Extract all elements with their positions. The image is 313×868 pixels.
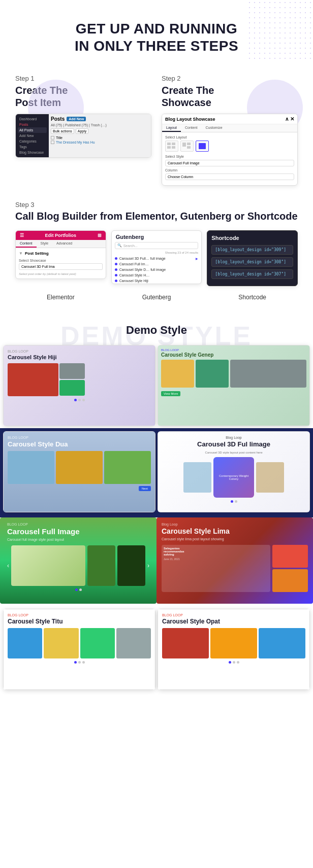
layout-icon-grid[interactable] <box>165 141 178 152</box>
wp-tags-item[interactable]: Tags <box>18 144 47 150</box>
gutenberg-mock: Gutenberg 🔍 Search... Showing 23 of 24 r… <box>111 230 202 284</box>
opat-imgs <box>162 628 305 658</box>
elementor-caption: Elementor <box>15 291 106 303</box>
demo-card-lima: Blog Loop Carousel Style Lima Carousel s… <box>156 517 313 604</box>
column-select[interactable]: Choose Column <box>165 173 294 180</box>
dot <box>82 399 85 401</box>
tab-customize[interactable]: Customize <box>202 124 227 132</box>
genep-btn[interactable]: View More <box>161 391 180 396</box>
item-dot <box>115 268 117 271</box>
wp-posts-item[interactable]: Posts <box>18 122 47 127</box>
step1-block: Step 1 Create ThePost Item Dashboard Pos… <box>15 75 151 158</box>
wp-categories-item[interactable]: Categories <box>18 138 47 144</box>
prev-nav[interactable]: ‹ <box>7 562 9 569</box>
dot <box>82 661 85 664</box>
titu-img-1 <box>8 628 42 658</box>
demo-row-2: BLOG LOOP Carousel Style Dua Next <box>3 431 310 512</box>
tab-layout[interactable]: Layout <box>162 124 181 132</box>
demo-dark-bg-1: BLOG LOOP Carousel Style Dua Next <box>0 428 313 517</box>
demo-title: Demo Style <box>0 324 313 337</box>
gutenberg-caption: Gutenberg <box>111 291 202 303</box>
gutenberg-list-item[interactable]: Carousel Style H… <box>112 272 202 278</box>
item-dot <box>115 274 117 276</box>
card-3d-section-label: Blog Loop <box>162 436 305 439</box>
hiji-sub-img-2 <box>59 380 85 396</box>
titu-img-2 <box>44 628 78 658</box>
wp-all-posts-item[interactable]: All Posts <box>18 127 47 133</box>
svg-rect-7 <box>199 143 206 149</box>
svg-rect-1 <box>172 143 175 145</box>
next-nav[interactable]: › <box>147 562 149 569</box>
hiji-sub-img-1 <box>59 363 85 379</box>
dot-active <box>229 661 231 664</box>
dua-img-1 <box>8 451 54 484</box>
elementor-tab-content[interactable]: Content <box>16 240 37 248</box>
svg-rect-2 <box>167 146 171 149</box>
dua-btn[interactable]: Next <box>139 486 151 491</box>
card-dua-tag: BLOG LOOP <box>8 436 151 439</box>
card-3d-dots <box>162 500 305 503</box>
steps-section: Step 1 Create ThePost Item Dashboard Pos… <box>0 64 313 196</box>
elementor-tab-advanced[interactable]: Advanced <box>52 240 76 248</box>
card-3d-side-left <box>183 462 211 493</box>
column-label: Column <box>165 168 294 172</box>
shortcode-block: Shortcode [blog_layout_design id="309"] … <box>207 230 298 286</box>
shortcode-line-1: [blog_layout_design id="309"] <box>211 245 293 255</box>
bulk-actions-select[interactable]: Bulk actions <box>51 128 74 134</box>
svg-rect-3 <box>172 146 175 149</box>
hiji-sub-imgs <box>59 363 85 396</box>
select-style-label: Select Style <box>165 155 294 158</box>
opat-img-3 <box>259 628 305 658</box>
full-img-dark <box>117 545 145 586</box>
post-link[interactable]: The Dressed My Has Hu <box>56 141 95 144</box>
step3-title: Call Blog Builder from Elementor, Gutenb… <box>15 211 298 222</box>
blog-layout-mock: Blog Layout Showcase ∧ ✕ Layout Content … <box>162 114 298 186</box>
card-titu-tag: BLOG LOOP <box>8 613 151 617</box>
elementor-header: ☰ Edit Portfolios ⊞ <box>16 231 106 240</box>
elementor-hint: Select post order by (default to latest … <box>19 272 103 275</box>
row-checkbox[interactable] <box>51 141 54 144</box>
style-select[interactable]: Carousel Full Image <box>165 160 294 166</box>
search-icon: 🔍 <box>117 244 122 248</box>
wp-mock-content: Dashboard Posts All Posts Add New Catego… <box>16 114 151 157</box>
demo-card-hiji: BLOG LOOP Carousel Style Hiji <box>3 345 155 426</box>
arrow-icon: ▼ <box>19 251 23 256</box>
shortcode-mock: Shortcode [blog_layout_design id="309"] … <box>207 230 298 286</box>
shortcode-line-2: [blog_layout_design id="308"] <box>211 257 293 267</box>
wp-add-new-item[interactable]: Add New <box>18 133 47 138</box>
apply-btn[interactable]: Apply <box>76 128 89 134</box>
check-icon: ▶ <box>196 257 198 260</box>
svg-rect-6 <box>187 146 191 149</box>
card-hiji-images <box>8 363 151 396</box>
elementor-block: ☰ Edit Portfolios ⊞ Content Style Advanc… <box>15 230 106 286</box>
wp-mock-box: Dashboard Posts All Posts Add New Catego… <box>15 114 151 158</box>
step1-label: Step 1 <box>15 75 151 82</box>
gutenberg-title: Gutenberg <box>112 231 202 242</box>
gutenberg-list-item[interactable]: Carousel Style Hiji <box>112 278 202 284</box>
blog-layout-content: Select Layout Select Style Carousel <box>162 132 297 185</box>
elementor-header-title: Edit Portfolios <box>45 233 77 238</box>
dot <box>237 661 239 664</box>
dot-active <box>74 399 77 401</box>
lima-left-content: Selegantesrecommandassalving June 21, 20… <box>162 545 270 592</box>
genep-img-1 <box>161 360 194 388</box>
layout-icon-carousel[interactable] <box>196 141 209 152</box>
tab-content[interactable]: Content <box>181 124 202 132</box>
elementor-tab-style[interactable]: Style <box>37 240 53 248</box>
wp-blog-showcase-item[interactable]: Blog Showcase <box>18 150 47 155</box>
select-layout-label: Select Layout <box>165 135 294 139</box>
gutenberg-list-item[interactable]: Carousel Full Im… <box>112 261 202 267</box>
select-all-checkbox[interactable] <box>51 136 54 140</box>
elementor-showcase-select[interactable]: Carousel 3D Full Ima <box>19 263 103 270</box>
gutenberg-list-item[interactable]: Carousel 3D Full… full image ▶ <box>112 256 202 261</box>
card-full-dots <box>7 588 149 591</box>
dua-img-2 <box>56 451 103 484</box>
elementor-field-label: Select Showcase <box>19 259 103 262</box>
gutenberg-list-item[interactable]: Carousel Style D… full image <box>112 267 202 272</box>
lima-right-images <box>272 545 308 592</box>
layout-icon-masonry[interactable] <box>180 141 194 152</box>
builders-caption-row: Elementor Gutenberg Shortcode <box>15 291 298 303</box>
wp-add-new-btn[interactable]: Add New <box>67 117 86 121</box>
gutenberg-search-box[interactable]: 🔍 Search... <box>115 242 199 249</box>
demo-card-full: Blog Loop Carousel Full Image Carousel f… <box>0 517 156 604</box>
